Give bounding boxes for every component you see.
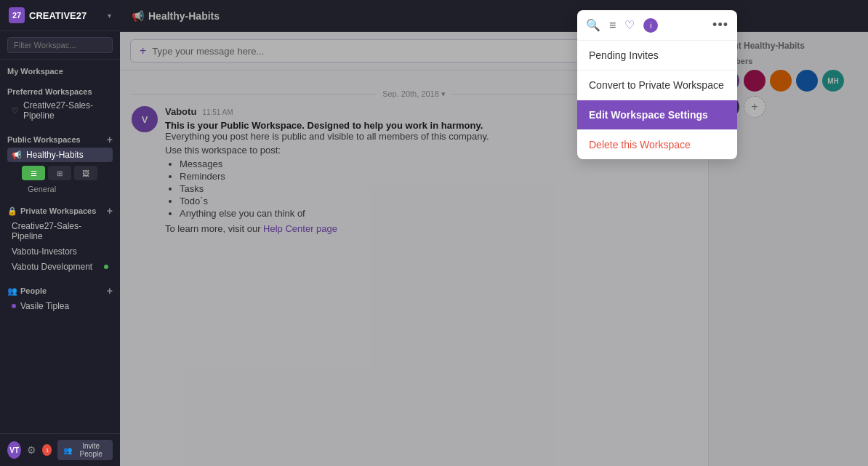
public-workspaces-section: Public Workspaces + 📢 Healthy-Habits ☰ ⊞… [0,126,120,198]
dropdown-menu: 🔍 ≡ ♡ i ••• Pending Invites Convert to P… [577,10,737,159]
preferred-workspaces-section: Preferred Workspaces ♡ Creative27-Sales-… [0,80,120,126]
preferred-workspaces-header[interactable]: Preferred Workspaces [7,86,113,97]
chevron-down-icon: ▾ [108,12,111,20]
heart-icon: ♡ [12,106,19,116]
people-icon: 👥 [7,286,17,296]
megaphone-icon: 📢 [12,150,22,160]
add-person-icon[interactable]: + [107,285,113,297]
sidebar-item-vasile-tiplea[interactable]: Vasile Tiplea [7,299,113,313]
my-workspace-header[interactable]: My Workspace [7,65,113,77]
lock-icon: 🔒 [7,206,17,216]
main-content: 📢 Healthy-Habits + Sep. 20th, 2018 ▾ V [120,0,868,466]
sidebar-item-vabotu-investors[interactable]: Vabotu-Investors [7,244,113,259]
sidebar-item-label: Creative27-Sales-Pipeline [23,100,108,121]
app-logo: 27 [9,7,25,23]
sidebar-item-private-creative27[interactable]: Creative27-Sales-Pipeline [7,219,113,244]
tab-grid[interactable]: ⊞ [48,166,71,180]
sidebar-item-label: Vabotu Development [12,262,92,272]
public-workspaces-label: Public Workspaces [7,135,81,144]
sidebar-bottom: VT ⚙ 1 👥 Invite People [0,433,120,466]
delete-workspace-item[interactable]: Delete this Workspace [577,130,737,159]
add-public-workspace-icon[interactable]: + [107,134,113,145]
sidebar: 27 CREATIVE27 ▾ My Workspace Preferred W… [0,0,120,466]
convert-private-item[interactable]: Convert to Private Workspace [577,71,737,100]
pending-invites-item[interactable]: Pending Invites [577,41,737,71]
overlay [120,0,868,466]
settings-gear-icon[interactable]: ⚙ [27,444,36,456]
sidebar-item-label: Vabotu-Investors [12,246,77,257]
sidebar-item-vabotu-development[interactable]: Vabotu Development [7,260,113,274]
image-icon: 🖼 [82,169,89,177]
invite-people-button[interactable]: 👥 Invite People [57,440,113,460]
notification-badge[interactable]: 1 [42,444,52,456]
add-private-workspace-icon[interactable]: + [107,205,113,217]
private-workspaces-header[interactable]: 🔒 Private Workspaces + [7,204,113,218]
sidebar-item-creative27-sales[interactable]: ♡ Creative27-Sales-Pipeline [7,98,113,123]
public-workspaces-header[interactable]: Public Workspaces + [7,132,113,147]
private-workspaces-section: 🔒 Private Workspaces + Creative27-Sales-… [0,198,120,278]
sidebar-item-label: Vasile Tiplea [20,301,69,311]
preferred-workspaces-label: Preferred Workspaces [7,87,92,96]
general-label: General [7,183,113,195]
dropdown-toolbar: 🔍 ≡ ♡ i ••• [577,10,737,41]
invite-icon: 👥 [63,446,72,454]
tab-list[interactable]: ☰ [22,166,45,180]
user-avatar: VT [7,441,21,459]
private-workspaces-label: Private Workspaces [20,206,96,215]
list-icon: ☰ [31,169,37,177]
search-input[interactable] [7,37,113,53]
my-workspace-section: My Workspace [0,60,120,80]
sidebar-item-label: Healthy-Habits [26,150,84,160]
sidebar-item-label: Creative27-Sales-Pipeline [12,221,108,241]
online-status-dot [104,265,108,269]
my-workspace-label: My Workspace [7,67,63,76]
grid-icon: ⊞ [57,169,63,177]
people-section: 👥 People + Vasile Tiplea [0,278,120,317]
person-dot [12,304,16,308]
sidebar-item-healthy-habits[interactable]: 📢 Healthy-Habits [7,148,113,162]
filter-icon[interactable]: ≡ [609,19,616,32]
sidebar-search-container [0,31,120,60]
more-options-icon[interactable]: ••• [712,17,728,33]
tab-image[interactable]: 🖼 [74,166,97,180]
info-icon[interactable]: i [643,18,658,33]
people-label: People [20,286,47,295]
search-icon[interactable]: 🔍 [586,18,600,32]
edit-workspace-settings-item[interactable]: Edit Workspace Settings [577,100,737,130]
heart-icon[interactable]: ♡ [624,18,635,32]
people-header[interactable]: 👥 People + [7,284,113,298]
app-brand-name: CREATIVE27 [29,10,108,21]
sidebar-header[interactable]: 27 CREATIVE27 ▾ [0,0,120,31]
